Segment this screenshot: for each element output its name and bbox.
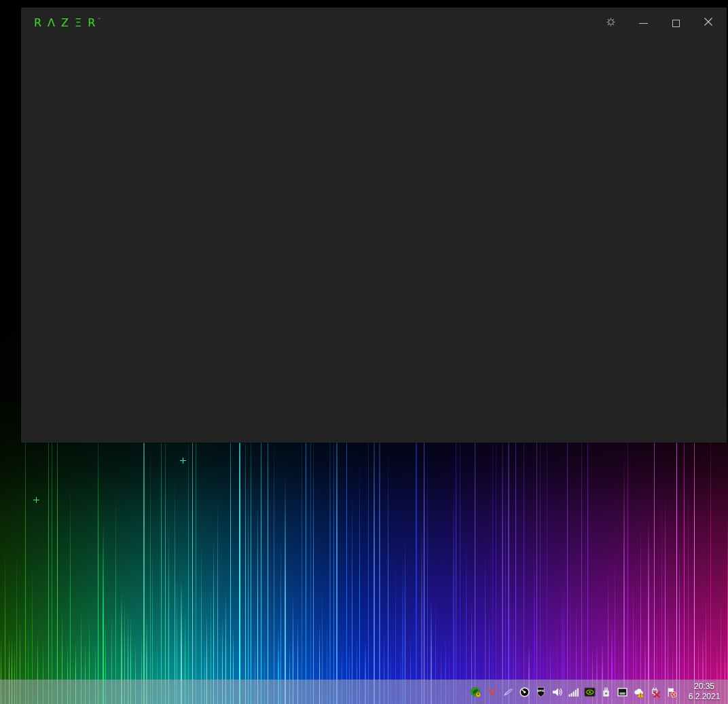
tray-onedrive-warning-icon[interactable] (632, 686, 645, 699)
razer-logo-trademark: ™ (97, 17, 101, 22)
maximize-icon (672, 20, 680, 27)
window-client-area (21, 39, 727, 443)
plus-marker (180, 458, 186, 464)
taskbar-clock[interactable]: 20:35 6.2.2021 (685, 682, 723, 702)
razer-logo: RΛZΞR ™ (34, 18, 101, 29)
tray-feather-icon[interactable] (502, 686, 515, 699)
razer-synapse-window: RΛZΞR ™ (21, 7, 727, 443)
gear-icon (605, 16, 617, 31)
window-controls (600, 13, 718, 33)
tray-action-center-flag-icon[interactable] (665, 686, 678, 699)
minimize-button[interactable] (633, 13, 653, 33)
tray-network-signal-icon[interactable] (567, 686, 580, 699)
tray-vortex-arrow-icon[interactable] (486, 686, 498, 699)
taskbar[interactable]: EPIC 20:35 6.2.2021 (0, 680, 728, 704)
tray-window-display-icon[interactable] (616, 686, 629, 699)
tray-device-disconnected-icon[interactable] (649, 686, 661, 699)
system-tray: EPIC (469, 686, 678, 699)
window-titlebar[interactable]: RΛZΞR ™ (21, 7, 727, 39)
tray-volume-icon[interactable] (551, 686, 564, 699)
tray-steelseries-icon[interactable] (518, 686, 531, 699)
tray-usb-device-icon[interactable] (600, 686, 613, 699)
plus-marker (33, 497, 39, 503)
tray-nvidia-icon[interactable] (583, 686, 596, 699)
tray-plant-notification-icon[interactable] (469, 686, 482, 699)
clock-time: 20:35 (685, 682, 723, 692)
clock-date: 6.2.2021 (685, 692, 723, 702)
tray-epic-games-icon[interactable]: EPIC (534, 686, 547, 699)
settings-button[interactable] (600, 13, 621, 33)
svg-text:EPIC: EPIC (537, 689, 544, 692)
minimize-icon (639, 23, 648, 24)
maximize-button[interactable] (666, 13, 686, 33)
close-icon (703, 16, 714, 30)
razer-logo-text: RΛZΞR (34, 18, 101, 29)
close-button[interactable] (698, 13, 718, 33)
